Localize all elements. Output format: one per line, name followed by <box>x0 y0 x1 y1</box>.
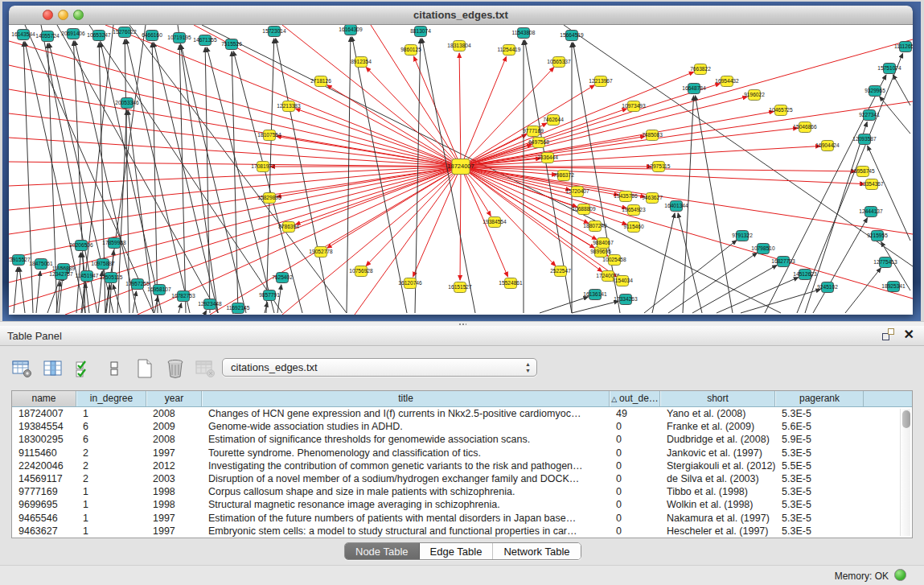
table-cell[interactable]: Structural magnetic resonance image aver… <box>202 498 610 511</box>
network-node[interactable]: 2718126 <box>310 76 331 87</box>
table-cell[interactable]: 2008 <box>146 433 202 446</box>
table-cell[interactable]: Franke et al. (2009) <box>660 420 775 433</box>
network-node[interactable]: 7986372 <box>553 171 574 181</box>
network-node[interactable]: 10565337 <box>547 57 571 68</box>
table-cell[interactable]: 9777169 <box>12 485 76 498</box>
network-node[interactable]: 15751074 <box>877 64 901 74</box>
network-node[interactable]: 9245102 <box>817 282 838 293</box>
table-cell[interactable]: 1998 <box>146 498 202 511</box>
table-cell[interactable]: Changes of HCN gene expression and I(f) … <box>202 407 610 420</box>
network-node[interactable]: 12342757 <box>49 270 73 280</box>
network-node[interactable]: 19654923 <box>622 205 646 216</box>
table-cell[interactable]: 0 <box>610 447 660 459</box>
table-cell[interactable]: Hescheler et al. (1997) <box>660 525 775 538</box>
table-cell[interactable]: de Silva et al. (2003) <box>660 472 775 485</box>
table-cell[interactable]: 6 <box>76 433 146 446</box>
network-node[interactable]: 7625402 <box>272 273 293 283</box>
network-node[interactable]: 16954432 <box>715 76 739 87</box>
network-node[interactable]: 15723014 <box>262 27 286 37</box>
network-node[interactable]: 16782753 <box>171 291 195 302</box>
table-cell[interactable]: 2 <box>76 459 146 472</box>
network-node[interactable]: 12505115 <box>100 273 123 283</box>
network-node[interactable]: 11692145 <box>227 303 250 314</box>
close-panel-icon[interactable]: ✕ <box>904 328 914 340</box>
table-cell[interactable]: 0 <box>610 433 660 446</box>
column-header-in_degree[interactable]: in_degree <box>76 391 146 406</box>
network-node[interactable]: 15524861 <box>499 278 523 289</box>
table-cell[interactable]: 0 <box>610 485 660 498</box>
network-node[interactable]: 10756928 <box>349 266 373 277</box>
network-canvas[interactable]: 1831380411254419105653371221396710973493… <box>9 25 913 315</box>
table-cell[interactable]: 5.3E-5 <box>775 512 864 525</box>
row-height-icon[interactable] <box>103 358 125 379</box>
network-node[interactable]: 9196022 <box>744 90 765 101</box>
table-cell[interactable]: 1 <box>76 407 146 420</box>
network-node[interactable]: 15958745 <box>851 167 875 177</box>
network-node[interactable]: 15664519 <box>560 31 584 41</box>
network-node[interactable]: 16136141 <box>583 290 607 300</box>
table-cell[interactable]: 9465546 <box>12 512 76 525</box>
network-node[interactable]: 12444137 <box>859 207 883 217</box>
network-node[interactable]: 11112658 <box>894 42 913 52</box>
network-node[interactable]: 7485083 <box>642 130 663 141</box>
table-row[interactable]: 946554611997Estimation of the future num… <box>12 512 912 525</box>
table-cell[interactable]: 5.9E-5 <box>775 433 864 446</box>
table-cell[interactable]: 18300295 <box>12 433 76 446</box>
scrollbar-thumb[interactable] <box>902 410 910 428</box>
network-node[interactable]: 10465725 <box>769 105 793 116</box>
tab-edge-table[interactable]: Edge Table <box>420 543 494 559</box>
table-row[interactable]: 1456911722003Disruption of a novel membe… <box>12 472 912 485</box>
network-node[interactable]: 9227341 <box>859 110 880 121</box>
column-header-title[interactable]: title <box>202 391 610 406</box>
network-node[interactable]: 9463627 <box>642 193 663 204</box>
table-cell[interactable]: 9463627 <box>12 525 76 538</box>
table-cell[interactable]: Disruption of a novel member of a sodium… <box>202 472 610 485</box>
select-mode-icon[interactable] <box>72 358 94 379</box>
table-cell[interactable]: 2003 <box>146 472 202 485</box>
network-node[interactable]: 10973493 <box>622 101 646 112</box>
network-node[interactable]: 8813074 <box>410 27 431 37</box>
network-node[interactable]: 13354367 <box>860 179 884 190</box>
table-cell[interactable]: Jankovic et al. (1997) <box>660 447 775 459</box>
table-cell[interactable]: 1 <box>76 512 146 525</box>
table-cell[interactable]: 1997 <box>146 447 202 459</box>
network-node[interactable]: 19435786 <box>614 192 638 202</box>
table-cell[interactable]: 9115460 <box>12 447 76 459</box>
network-node[interactable]: 10719195 <box>167 33 191 43</box>
network-node[interactable]: 15829895 <box>257 193 281 204</box>
network-node[interactable]: 12975115 <box>647 162 671 172</box>
table-cell[interactable]: 9699695 <box>12 498 76 511</box>
show-columns-icon[interactable] <box>42 358 64 379</box>
network-node[interactable]: 20691406 <box>61 29 85 39</box>
network-node[interactable]: 17859928 <box>102 238 126 249</box>
table-cell[interactable]: 14569117 <box>12 472 76 485</box>
network-node[interactable]: 8786394 <box>278 222 299 233</box>
network-node[interactable]: 9215955 <box>867 231 888 241</box>
table-cell[interactable]: 1998 <box>146 485 202 498</box>
network-node[interactable]: 20206506 <box>69 241 93 251</box>
column-header-short[interactable]: short <box>660 391 775 406</box>
network-node[interactable]: 16401344 <box>664 201 688 212</box>
network-node[interactable]: 13915527 <box>9 255 31 266</box>
network-node[interactable]: 11543808 <box>512 28 536 39</box>
network-node[interactable]: 20053346 <box>115 98 139 109</box>
table-cell[interactable]: Dudbridge et al. (2008) <box>660 433 775 446</box>
network-node[interactable]: 16827793 <box>771 257 795 267</box>
table-cell[interactable]: Tourette syndrome. Phenomenology and cla… <box>202 447 610 459</box>
table-cell[interactable]: 1997 <box>146 512 202 525</box>
table-cell[interactable]: 5.3E-5 <box>775 472 864 485</box>
table-cell[interactable]: Embryonic stem cells: a model to study s… <box>202 525 610 538</box>
delete-column-icon[interactable] <box>164 358 186 379</box>
table-cell[interactable]: 0 <box>610 459 660 472</box>
table-cell[interactable]: Estimation of significance thresholds fo… <box>202 433 610 446</box>
table-row[interactable]: 1938455462009Genome-wide association stu… <box>12 420 912 433</box>
table-cell[interactable]: 2008 <box>146 407 202 420</box>
float-panel-icon[interactable] <box>882 328 894 340</box>
table-cell[interactable]: 1 <box>76 485 146 498</box>
network-node[interactable]: 15046866 <box>793 122 817 133</box>
table-cell[interactable]: Genome-wide association studies in ADHD. <box>202 420 610 433</box>
network-node[interactable]: 9329965 <box>864 86 885 97</box>
table-cell[interactable]: Corpus callosum shape and size in male p… <box>202 485 610 498</box>
table-cell[interactable]: Nakamura et al. (1997) <box>660 512 775 525</box>
network-node[interactable]: 7663822 <box>690 64 711 75</box>
